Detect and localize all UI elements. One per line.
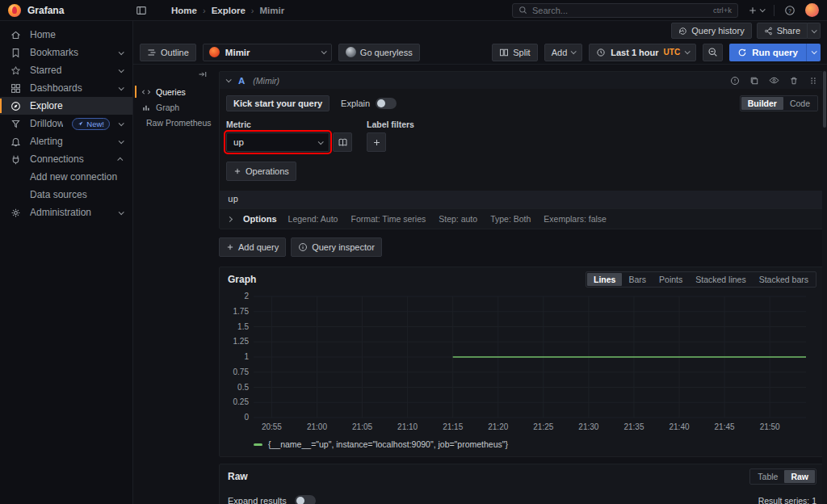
breadcrumb-explore[interactable]: Explore xyxy=(212,6,246,15)
explore-toolbar: Outline Mimir Go queryless Split Add xyxy=(133,40,827,65)
breadcrumb: Home › Explore › Mimir xyxy=(171,6,506,15)
metrics-browser-button[interactable] xyxy=(333,132,352,152)
sidebar-item-alerting[interactable]: Alerting xyxy=(0,132,132,150)
time-range-picker[interactable]: Last 1 hour UTC xyxy=(589,44,696,61)
zoom-out-button[interactable] xyxy=(703,44,723,61)
outline-item-graph[interactable]: Graph xyxy=(136,99,214,115)
query-ref-id[interactable]: A xyxy=(238,76,245,86)
breadcrumb-home[interactable]: Home xyxy=(171,6,197,15)
scrollbar-thumb[interactable] xyxy=(823,71,826,128)
chevron-down-icon[interactable] xyxy=(119,209,124,215)
run-query-button[interactable]: Run query xyxy=(729,44,806,61)
search-input[interactable] xyxy=(532,6,708,15)
sidebar-item-add-new-connection[interactable]: Add new connection xyxy=(0,168,132,186)
y-tick-label: 1.25 xyxy=(233,337,250,346)
collapse-outline-icon[interactable] xyxy=(198,69,208,79)
sidebar-item-drilldown[interactable]: Drilldown New! xyxy=(0,115,132,132)
sidebar-item-administration[interactable]: Administration xyxy=(0,204,132,221)
y-tick-label: 2 xyxy=(244,292,249,300)
refresh-icon xyxy=(737,48,747,57)
x-tick-label: 21:05 xyxy=(352,422,372,431)
chevron-right-icon xyxy=(227,216,233,221)
dock-sidebar-icon[interactable] xyxy=(136,5,147,16)
queryless-icon xyxy=(346,47,356,57)
graph-style-stacked-lines[interactable]: Stacked lines xyxy=(689,273,752,286)
add-dropdown-button[interactable]: Add xyxy=(544,44,583,61)
hide-response-eye-icon[interactable] xyxy=(769,75,779,86)
add-label-filter-button[interactable] xyxy=(367,132,386,152)
plus-icon xyxy=(372,138,381,147)
chevron-up-icon[interactable] xyxy=(117,157,123,162)
chevron-down-icon[interactable] xyxy=(119,49,124,55)
outline-item-queries[interactable]: Queries xyxy=(136,84,214,99)
bookmark-icon xyxy=(10,48,21,58)
duplicate-query-icon[interactable] xyxy=(749,76,759,86)
help-button[interactable]: ? xyxy=(781,2,799,19)
y-tick-label: 1.5 xyxy=(237,322,249,331)
query-help-icon[interactable] xyxy=(730,76,740,86)
drag-handle-icon[interactable] xyxy=(808,76,818,86)
user-avatar[interactable] xyxy=(805,3,819,17)
datasource-picker[interactable]: Mimir xyxy=(203,44,332,61)
graph-style-stacked-bars[interactable]: Stacked bars xyxy=(753,273,815,286)
sidebar-item-explore[interactable]: Explore xyxy=(0,97,132,115)
graph-style-lines[interactable]: Lines xyxy=(587,273,622,286)
query-options-row[interactable]: Options Legend: AutoFormat: Time seriesS… xyxy=(220,208,825,229)
sidebar-item-home[interactable]: Home xyxy=(0,26,132,44)
collapse-query-icon[interactable] xyxy=(226,77,232,82)
run-query-caret[interactable] xyxy=(806,44,821,61)
breadcrumb-separator: › xyxy=(251,6,254,15)
outline-button[interactable]: Outline xyxy=(140,44,196,61)
scrollbar[interactable] xyxy=(822,69,827,504)
new-badge: New! xyxy=(72,118,110,130)
table-view-option[interactable]: Table xyxy=(751,470,784,483)
outline-item-raw-prometheus[interactable]: Raw Prometheus xyxy=(136,115,214,130)
query-editor: A (Mimir) Kick start your query xyxy=(219,71,825,229)
sidebar-item-connections[interactable]: Connections xyxy=(0,150,132,168)
sidebar-item-starred[interactable]: Starred xyxy=(0,61,132,79)
kick-start-query-button[interactable]: Kick start your query xyxy=(226,95,330,111)
plug-icon xyxy=(10,154,21,165)
split-button[interactable]: Split xyxy=(492,44,537,61)
sidebar-item-bookmarks[interactable]: Bookmarks xyxy=(0,44,132,61)
new-menu-button[interactable] xyxy=(745,2,767,19)
query-option-item: Exemplars: false xyxy=(544,214,607,224)
graph-style-bars[interactable]: Bars xyxy=(622,273,653,286)
legend-swatch xyxy=(254,443,262,446)
explain-toggle[interactable] xyxy=(376,98,397,109)
x-tick-label: 21:50 xyxy=(760,422,780,431)
builder-mode-option[interactable]: Builder xyxy=(741,97,783,110)
metric-section: Metric up xyxy=(220,116,825,160)
sidebar-item-data-sources[interactable]: Data sources xyxy=(0,186,132,204)
chevron-down-icon[interactable] xyxy=(119,138,124,144)
graph-panel-title: Graph xyxy=(228,274,256,285)
chevron-down-icon xyxy=(318,139,324,145)
share-menu-caret[interactable] xyxy=(808,23,821,39)
time-series-chart[interactable]: 00.250.50.7511.251.51.75220:5521:0021:05… xyxy=(220,290,825,438)
add-query-button[interactable]: Add query xyxy=(219,237,286,257)
x-tick-label: 21:40 xyxy=(670,422,690,431)
legend-series-name[interactable]: {__name__="up", instance="localhost:9090… xyxy=(268,439,508,449)
metric-select[interactable]: up xyxy=(226,132,330,152)
sidebar-item-dashboards[interactable]: Dashboards xyxy=(0,79,132,97)
code-mode-option[interactable]: Code xyxy=(783,97,817,110)
query-actions: Add query Query inspector xyxy=(219,236,825,260)
expand-results-label: Expand results xyxy=(228,496,287,504)
chevron-down-icon[interactable] xyxy=(119,67,124,73)
global-search[interactable]: ctrl+k xyxy=(512,3,738,18)
history-icon xyxy=(678,27,687,36)
outline-icon xyxy=(147,48,157,57)
label-filters-label: Label filters xyxy=(367,120,414,129)
remove-query-trash-icon[interactable] xyxy=(789,76,799,86)
expand-results-toggle[interactable] xyxy=(295,495,316,504)
add-operations-button[interactable]: Operations xyxy=(226,162,296,181)
chevron-down-icon[interactable] xyxy=(119,120,124,126)
chevron-down-icon xyxy=(321,48,327,54)
query-inspector-button[interactable]: Query inspector xyxy=(291,237,382,257)
graph-style-points[interactable]: Points xyxy=(653,273,689,286)
share-button[interactable]: Share xyxy=(757,23,808,39)
go-queryless-button[interactable]: Go queryless xyxy=(338,44,420,61)
query-history-button[interactable]: Query history xyxy=(671,23,751,39)
raw-view-option[interactable]: Raw xyxy=(784,470,815,483)
chevron-down-icon[interactable] xyxy=(119,85,124,90)
